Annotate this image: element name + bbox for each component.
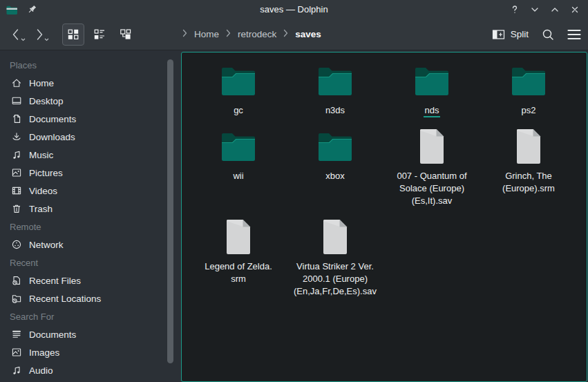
item-label: wii [233, 170, 243, 182]
sidebar-section-recent: Recent [0, 254, 181, 271]
sidebar-item-label: Desktop [29, 96, 64, 106]
breadcrumb-item-saves[interactable]: saves [295, 29, 321, 39]
sidebar-item-label: Recent Files [29, 276, 81, 286]
folder-item-xbox[interactable]: xbox [287, 126, 383, 207]
folder-item-n3ds[interactable]: n3ds [287, 61, 383, 117]
sidebar-item-images[interactable]: Images [0, 343, 181, 361]
sidebar-item-music[interactable]: Music [0, 146, 181, 164]
trash-icon [11, 203, 22, 214]
item-label: 007 - Quantum ofSolace (Europe)(Es,It).s… [397, 170, 466, 207]
titlebar: saves — Dolphin [0, 0, 588, 19]
help-button[interactable] [507, 2, 522, 17]
item-label: Grinch, The(Europe).srm [502, 170, 555, 195]
home-icon [11, 77, 22, 88]
breadcrumb-item-home[interactable]: Home [194, 29, 219, 39]
search-icon[interactable] [541, 28, 555, 41]
minimize-button[interactable] [527, 2, 542, 17]
sidebar-item-network[interactable]: Network [0, 236, 181, 254]
sidebar-item-home[interactable]: Home [0, 74, 181, 92]
music-note-icon [11, 365, 22, 376]
recent-locations-icon [11, 293, 22, 304]
sidebar-section-places: Places [0, 56, 181, 74]
item-label: n3ds [325, 104, 345, 117]
sidebar-item-videos[interactable]: Videos [0, 182, 181, 200]
forward-dropdown-icon[interactable] [44, 32, 49, 44]
tree-view-button[interactable] [115, 23, 137, 46]
file-item-virtua-striker-2-ver[interactable]: Virtua Striker 2 Ver.2000.1 (Europe)(En,… [287, 217, 383, 298]
folder-icon [316, 61, 354, 101]
sidebar-item-downloads[interactable]: Downloads [0, 128, 181, 146]
file-item-007-quantum-of[interactable]: 007 - Quantum ofSolace (Europe)(Es,It).s… [383, 126, 480, 207]
sidebar-item-trash[interactable]: Trash [0, 200, 181, 218]
folder-item-ps2[interactable]: ps2 [480, 61, 577, 117]
item-label: xbox [325, 170, 344, 182]
sidebar-item-audio[interactable]: Audio [0, 361, 181, 379]
folder-item-wii[interactable]: wii [190, 126, 287, 207]
sidebar-item-documents[interactable]: Documents [0, 110, 181, 128]
sidebar-item-label: Videos [29, 186, 57, 196]
sidebar-item-label: Downloads [29, 132, 75, 142]
folder-item-gc[interactable]: gc [190, 61, 287, 117]
forward-button[interactable] [29, 23, 50, 46]
sidebar-item-label: Network [29, 240, 64, 250]
breadcrumb-separator-icon [283, 29, 289, 39]
pin-icon[interactable] [26, 4, 37, 15]
film-icon [11, 185, 22, 196]
file-icon [321, 217, 350, 257]
view-mode-group [62, 23, 137, 46]
download-icon [11, 131, 22, 142]
folder-view[interactable]: gc n3ds nds ps2 wii xbox 007 - Quantum o… [181, 52, 587, 382]
file-item-grinch-the[interactable]: Grinch, The(Europe).srm [480, 126, 577, 207]
folder-icon [316, 126, 354, 166]
desktop-icon [11, 95, 22, 106]
sidebar-item-recent-locations[interactable]: Recent Locations [0, 289, 181, 307]
sidebar-section-remote: Remote [0, 218, 181, 236]
sidebar-item-label: Images [29, 347, 59, 358]
window-title: saves — Dolphin [0, 4, 588, 15]
icons-view-button[interactable] [62, 23, 84, 46]
file-icon [417, 126, 446, 166]
item-label: Legend of Zelda.srm [205, 260, 272, 285]
details-view-button[interactable] [88, 23, 111, 46]
split-button[interactable]: Split [492, 29, 529, 40]
item-label: ps2 [522, 104, 536, 117]
toolbar: Homeretrodecksaves Split [0, 19, 588, 50]
folder-icon [219, 126, 258, 166]
text-lines-icon [11, 329, 22, 340]
sidebar-item-desktop[interactable]: Desktop [0, 92, 181, 110]
sidebar-section-search-for: Search For [0, 307, 181, 325]
music-note-icon [11, 149, 22, 160]
file-item-legend-of-zelda[interactable]: Legend of Zelda.srm [190, 217, 287, 298]
network-icon [11, 239, 22, 250]
sidebar-item-label: Documents [29, 330, 76, 340]
image-icon [11, 167, 22, 178]
sidebar-item-label: Home [29, 78, 54, 88]
sidebar-item-label: Pictures [29, 168, 63, 178]
back-dropdown-icon[interactable] [21, 32, 26, 44]
document-icon [11, 113, 22, 124]
sidebar-item-pictures[interactable]: Pictures [0, 164, 181, 182]
item-label: Virtua Striker 2 Ver.2000.1 (Europe)(En,… [294, 260, 377, 298]
app-folder-icon [6, 4, 18, 15]
breadcrumb-item-retrodeck[interactable]: retrodeck [238, 29, 276, 39]
item-label: gc [234, 104, 243, 117]
file-icon [514, 126, 543, 166]
sidebar-item-label: Documents [29, 114, 76, 124]
sidebar-item-label: Music [29, 150, 53, 160]
close-icon[interactable] [567, 2, 582, 17]
folder-item-nds[interactable]: nds [383, 61, 480, 117]
image-icon [11, 347, 22, 358]
places-panel: PlacesHomeDesktopDocumentsDownloadsMusic… [0, 50, 181, 382]
sidebar-item-label: Trash [29, 204, 53, 214]
sidebar-item-documents[interactable]: Documents [0, 325, 181, 343]
breadcrumb-separator-icon [182, 29, 188, 39]
sidebar-scrollbar[interactable] [167, 59, 173, 363]
recent-files-icon [11, 275, 22, 286]
back-button[interactable] [6, 23, 26, 46]
maximize-button[interactable] [547, 2, 562, 17]
breadcrumb: Homeretrodecksaves [182, 19, 321, 50]
folder-icon [412, 61, 451, 101]
sidebar-item-label: Recent Locations [29, 294, 101, 304]
sidebar-item-recent-files[interactable]: Recent Files [0, 271, 181, 289]
hamburger-menu-icon[interactable] [567, 29, 581, 40]
